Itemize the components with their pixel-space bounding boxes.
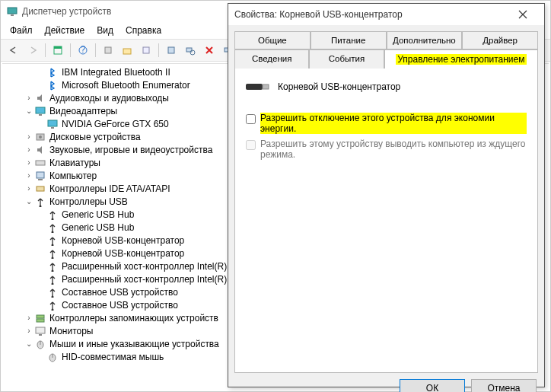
expander-icon[interactable]: › [24,145,34,154]
allow-power-off-checkbox[interactable] [246,114,256,124]
toolbar-properties-button[interactable] [49,42,66,59]
svg-point-23 [40,205,42,207]
tab-details[interactable]: Сведения [234,49,309,69]
svg-rect-32 [37,315,44,318]
dialog-buttons: ОК Отмена [228,373,544,392]
toolbar-delete-button[interactable] [201,42,218,59]
tree-node-label: Составное USB устройство [62,287,178,298]
tab-general[interactable]: Общие [234,31,311,49]
menu-file[interactable]: Файл [5,24,37,37]
dialog-close-button[interactable] [508,4,538,25]
svg-rect-22 [37,186,44,191]
tab-advanced[interactable]: Дополнительно [387,31,463,49]
svg-rect-14 [39,114,42,116]
svg-point-26 [52,244,54,246]
tab-power[interactable]: Питание [311,31,387,49]
svg-rect-19 [36,161,45,165]
toolbar-help-button[interactable]: ? [75,42,91,59]
tree-node-label: Компьютер [49,171,97,181]
expander-icon[interactable]: › [24,314,34,322]
menu-view[interactable]: Вид [92,24,118,37]
expander-icon[interactable]: › [24,94,34,102]
toolbar-back-button[interactable] [5,42,22,59]
audio-icon [34,92,46,104]
toolbar-scan-button[interactable] [100,42,116,59]
usb-icon [46,221,59,234]
svg-rect-40 [246,84,263,90]
usb-icon [34,196,46,208]
svg-point-28 [52,269,54,272]
disk-icon [34,131,46,143]
ok-button[interactable]: ОК [400,379,465,392]
expander-icon[interactable]: ⌄ [24,107,34,115]
tree-node-label: Microsoft Bluetooth Enumerator [62,80,190,91]
cancel-button[interactable]: Отмена [471,379,537,392]
expander-icon[interactable]: › [24,184,34,193]
svg-rect-16 [51,127,54,129]
svg-text:?: ? [81,45,86,55]
toolbar-scanfor-button[interactable] [182,42,199,59]
svg-rect-21 [38,179,43,180]
audio-icon [34,144,46,156]
devmgr-title-text: Диспетчер устройств [22,6,111,17]
usb-icon [46,273,59,285]
tree-node-label: Дисковые устройства [49,132,141,142]
usb-icon [46,234,59,247]
tab-power-management[interactable]: Управление электропитанием [384,49,538,69]
svg-rect-3 [54,46,62,49]
svg-rect-13 [36,107,45,113]
menu-help[interactable]: Справка [121,24,166,37]
expander-icon[interactable]: › [24,327,34,335]
bt-icon [46,66,59,78]
tree-node-label: IBM Integrated Bluetooth II [62,67,170,78]
tree-node-label: Мониторы [49,326,93,336]
svg-rect-1 [11,14,14,16]
svg-point-24 [52,218,54,220]
device-header: Корневой USB-концентратор [246,79,527,94]
properties-dialog: Свойства: Корневой USB-концентратор Общи… [228,3,545,387]
expander-icon[interactable]: › [24,158,34,167]
dialog-titlebar[interactable]: Свойства: Корневой USB-концентратор [228,4,544,25]
usb-icon [46,286,59,298]
mouse-icon [34,338,46,350]
tree-node-label: Generic USB Hub [62,222,134,233]
menu-action[interactable]: Действие [40,24,90,37]
tree-node-label: Клавиатуры [49,158,100,168]
expander-icon[interactable]: ⌄ [24,339,34,348]
svg-point-30 [52,295,54,298]
svg-rect-0 [8,8,17,14]
svg-point-31 [52,308,54,311]
svg-rect-41 [263,84,269,89]
tree-node-label: NVIDIA GeForce GTX 650 [62,119,169,129]
expander-icon[interactable]: › [24,171,34,180]
monitor-icon [34,325,46,337]
ide-icon [34,183,46,195]
allow-power-off-row[interactable]: Разрешить отключение этого устройства дл… [246,113,527,134]
tree-node-label: Аудиовходы и аудиовыходы [49,93,169,104]
svg-rect-9 [168,47,174,53]
toolbar-sep [95,43,96,57]
usb-icon [46,260,59,272]
allow-wake-row: Разрешить этому устройству выводить комп… [246,139,527,160]
tree-node-label: Расширенный хост-контроллер Intel(R)… [62,274,236,285]
toolbar-update-button[interactable] [119,42,135,59]
svg-rect-6 [105,47,111,53]
expander-icon[interactable]: ⌄ [24,197,34,206]
toolbar-disable-button[interactable] [163,42,180,59]
tree-node-label: Корневой USB-концентратор [62,235,184,246]
toolbar-uninstall-button[interactable] [138,42,154,59]
expander-icon[interactable]: › [24,132,34,141]
usb-connector-icon [246,79,270,94]
toolbar-sep [45,43,46,57]
display-icon [46,118,59,130]
pc-icon [34,170,46,182]
tree-node-label: Расширенный хост-контроллер Intel(R)… [62,261,236,272]
tab-events[interactable]: События [309,49,384,69]
tree-node-label: Мыши и иные указывающие устройства [49,339,219,349]
toolbar-forward-button[interactable] [24,42,41,59]
toolbar-sep [70,43,71,57]
tab-driver[interactable]: Драйвер [462,31,538,49]
mouse-icon [46,351,59,363]
tab-content: Корневой USB-концентратор Разрешить откл… [234,69,538,373]
tree-node-label: Корневой USB-концентратор [62,248,184,259]
